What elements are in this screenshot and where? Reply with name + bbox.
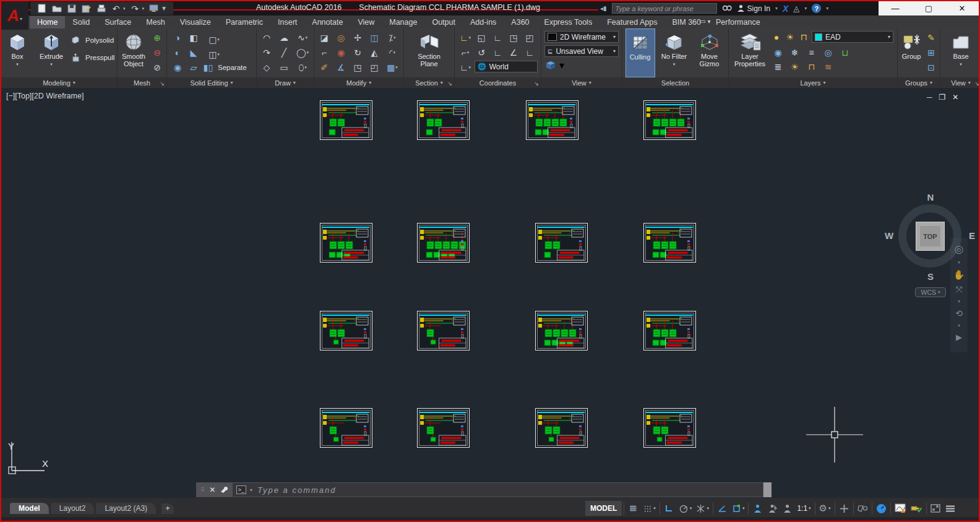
ucs-z-icon[interactable]: ∠ [507,46,520,59]
rotate-icon[interactable]: ↻ [351,46,364,59]
annotation-monitor-icon[interactable] [837,501,851,516]
layer-freeze-icon[interactable]: ❄ [788,46,801,59]
minimize-button[interactable]: — [886,4,905,13]
snap-mode-icon[interactable]: ▾ [641,501,658,516]
tab-express-tools[interactable]: Express Tools [537,16,600,28]
layer-unlock2-icon[interactable]: ⊓ [805,61,818,73]
object-snap-tracking-icon[interactable] [715,501,729,516]
extrude-face-icon[interactable]: ⌐ [318,46,331,59]
security-options-icon[interactable] [909,501,924,516]
navigation-wheel-icon[interactable]: ◎ [955,244,964,254]
new-icon[interactable] [37,4,47,14]
panel-label-view-create[interactable]: View▾ [940,77,980,88]
object-snap-icon[interactable]: ▾ [730,501,747,516]
redo-icon[interactable]: ↷ [130,4,140,14]
customize-wrench-icon[interactable] [220,484,228,495]
move-gizmo-button[interactable]: Move Gizmo [694,28,726,77]
redo-dropdown-icon[interactable]: ▾ [142,6,145,11]
spline-icon[interactable]: ∿▾ [296,32,309,44]
explode-icon[interactable]: ⁒▾ [386,32,399,44]
command-line-grip[interactable]: ⠿ ✕ [196,482,232,497]
layer-off-icon[interactable]: ◎ [822,46,835,59]
command-scrollbar[interactable] [763,482,772,497]
revision-cloud-icon[interactable]: ☁ [278,32,291,44]
ucs-undo-icon[interactable]: ↺ [475,46,488,59]
drawing-area[interactable]: [−][Top][2D Wireframe] ─ ❐ ✕ N S W E TOP… [1,88,979,498]
curve-icon[interactable]: ↷ [260,46,273,59]
drawing-thumbnail[interactable] [643,100,696,140]
recent-commands-icon[interactable]: ▾ [250,487,252,493]
group-edit-icon[interactable]: ✎ [925,32,938,44]
sign-in-dropdown-icon[interactable]: ▾ [775,6,778,11]
tab-annotate[interactable]: Annotate [304,16,350,28]
line-icon[interactable]: ╱ [278,46,291,59]
smooth-object-button[interactable]: Smooth Object [118,28,150,77]
ortho-mode-icon[interactable] [662,501,676,516]
annotation-scale-value[interactable]: 1:1▾ [795,501,812,516]
layer-lock-fade-icon[interactable]: ⊔ [838,46,851,59]
drawing-thumbnail[interactable] [417,223,470,263]
performance-recorder-icon[interactable] [893,501,908,516]
zoom-icon[interactable]: ⤧ [955,285,962,294]
save-as-icon[interactable] [81,4,92,14]
ellipse-icon[interactable]: ⬯▾ [296,61,309,74]
layout-tab-model[interactable]: Model [10,503,49,514]
offset-icon[interactable]: ◰ [368,61,381,74]
panel-label-view[interactable]: View▾ [541,77,622,88]
panel-label-layers[interactable]: Layers▾ [729,77,897,88]
scale-icon[interactable]: ◳ [351,61,364,74]
panel-label-section[interactable]: Section▾ [404,77,454,88]
annotation-scale-icon[interactable] [780,501,794,516]
drawing-thumbnail[interactable] [643,408,696,448]
layer-match-icon[interactable]: ≋ [822,61,835,73]
named-view-select[interactable]: ⊑ Unsaved View ▾ [544,45,619,57]
ucs-y-icon[interactable]: ∟ [491,46,504,59]
panel-label-coordinates[interactable]: Coordinates [455,77,541,88]
viewcube-wcs-menu[interactable]: WCS▾ [915,287,946,297]
ucs-world-icon[interactable]: ◱ [475,32,488,44]
tab-solid[interactable]: Solid [65,16,97,28]
layer-sun-icon[interactable]: ☀ [784,31,797,43]
layer-walk-icon[interactable]: ≣ [772,61,784,73]
viewcube-west[interactable]: W [885,230,893,241]
intersect-icon[interactable]: ◉ [171,61,184,74]
smooth-less-icon[interactable]: ⊖ [151,46,164,59]
match-properties-icon[interactable]: ✐ [318,61,331,74]
undo-icon[interactable]: ↶ [111,4,121,14]
ucs-previous-icon[interactable]: ∟ [491,32,504,44]
ucs-view-icon[interactable]: ◰ [523,32,536,44]
new-layout-button[interactable]: + [161,503,174,514]
taper-face-icon[interactable]: ▱ [187,61,200,74]
viewport-config-button[interactable]: ▾ [544,59,619,71]
drawing-thumbnail[interactable] [535,408,588,448]
print-icon[interactable] [96,4,106,14]
ucs-object-icon[interactable]: ◳ [507,32,520,44]
panel-label-groups[interactable]: Groups▾ [898,77,940,88]
drawing-thumbnail[interactable] [535,223,588,263]
pan-icon[interactable]: ✋ [953,270,965,279]
layer-pin-icon[interactable]: ◉ [772,46,784,59]
viewcube-east[interactable]: E [969,230,975,241]
layer-on-icon[interactable]: ● [770,31,783,43]
polysolid-button[interactable]: Polysolid [69,33,114,47]
tab-featured-apps[interactable]: Featured Apps [600,16,664,28]
layer-unlock-icon[interactable]: ⊓ [797,31,810,43]
layout-tab-layout2[interactable]: Layout2 [51,503,95,514]
exchange-apps-icon[interactable]: X [783,4,788,14]
layer-thaw-icon[interactable]: ☀ [788,61,801,73]
search-icon[interactable] [722,4,732,12]
open-icon[interactable] [51,4,62,14]
copy-icon[interactable]: ◫ [368,32,381,44]
tab-home[interactable]: Home [30,16,65,28]
group-add-icon[interactable]: ⊞ [925,46,938,59]
extract-edges-icon[interactable]: ▢▾ [208,33,221,46]
viewcube-north[interactable]: N [890,192,971,202]
smooth-off-icon[interactable]: ⊘ [151,61,164,74]
rotate-3d-icon[interactable]: ◎ [335,32,348,44]
infocenter-collapse-icon[interactable]: ◂▮ [600,5,607,12]
annotation-autoscale-icon[interactable] [765,501,780,516]
drawing-thumbnail[interactable] [320,311,372,350]
customization-icon[interactable] [943,501,958,516]
annotation-visibility-icon[interactable] [750,501,765,516]
slice-icon[interactable]: ◪ [318,32,331,44]
